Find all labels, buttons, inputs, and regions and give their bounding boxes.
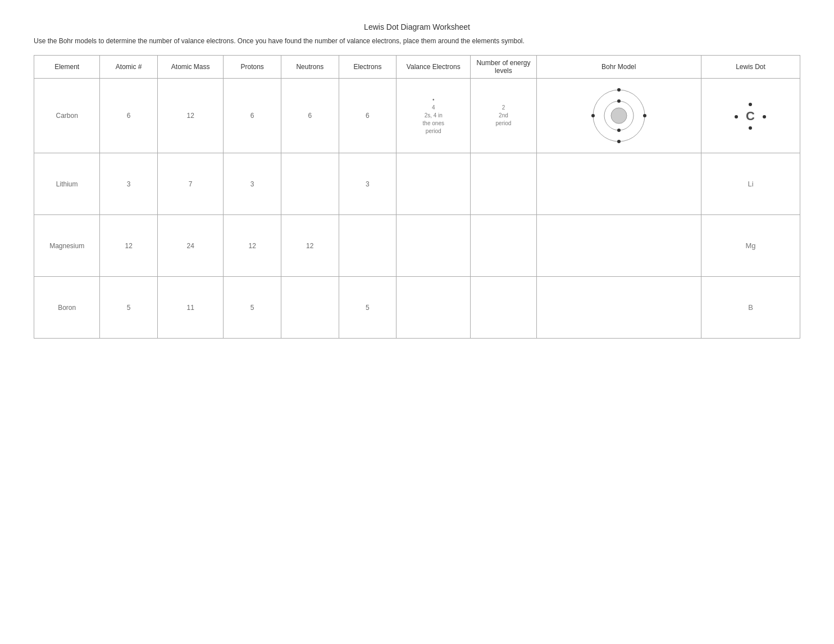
cell-valance-0: • 4 2s, 4 in the ones period	[397, 79, 471, 153]
cell-valance-2	[397, 215, 471, 277]
svg-point-7	[617, 88, 621, 92]
header-electrons: Electrons	[339, 56, 397, 79]
cell-energy-2	[471, 215, 536, 277]
table-row: Boron 5 11 5 5 B	[34, 277, 800, 339]
svg-point-13	[763, 115, 766, 118]
cell-protons-2: 12	[224, 215, 281, 277]
header-neutrons: Neutrons	[281, 56, 339, 79]
cell-energy-1	[471, 153, 536, 215]
cell-energy-3	[471, 277, 536, 339]
cell-neutrons-2: 12	[281, 215, 339, 277]
cell-lewis-1: Li	[701, 153, 800, 215]
header-atomic-mass: Atomic Mass	[157, 56, 223, 79]
cell-atomic-2: 12	[100, 215, 158, 277]
svg-point-8	[617, 140, 621, 143]
cell-bohr-1	[536, 153, 701, 215]
cell-lewis-2: Mg	[701, 215, 800, 277]
table-row: Carbon 6 12 6 6 6 • 4 2s, 4 in the ones …	[34, 79, 800, 153]
svg-point-5	[591, 114, 595, 117]
cell-neutrons-0: 6	[281, 79, 339, 153]
svg-point-0	[611, 108, 627, 124]
cell-valance-1	[397, 153, 471, 215]
cell-valance-3	[397, 277, 471, 339]
svg-point-4	[617, 129, 621, 132]
cell-bohr-3	[536, 277, 701, 339]
cell-electrons-1: 3	[339, 153, 397, 215]
cell-amass-3: 11	[157, 277, 223, 339]
instructions: Use the Bohr models to determine the num…	[34, 36, 800, 46]
lewis-dot-lithium: Li	[704, 180, 797, 188]
cell-atomic-0: 6	[100, 79, 158, 153]
bohr-model-carbon	[539, 82, 699, 149]
header-atomic-num: Atomic #	[100, 56, 158, 79]
header-energy: Number of energy levels	[471, 56, 536, 79]
header-lewis: Lewis Dot	[701, 56, 800, 79]
svg-point-12	[735, 115, 738, 118]
page-title: Lewis Dot Diagram Worksheet	[34, 22, 800, 31]
cell-amass-0: 12	[157, 79, 223, 153]
cell-amass-2: 24	[157, 215, 223, 277]
header-protons: Protons	[224, 56, 281, 79]
valance-text-carbon: • 4 2s, 4 in the ones period	[399, 96, 468, 135]
cell-bohr-0	[536, 79, 701, 153]
header-valance: Valance Electrons	[397, 56, 471, 79]
worksheet-table: Element Atomic # Atomic Mass Protons Neu…	[34, 55, 800, 339]
cell-element-0: Carbon	[34, 79, 100, 153]
cell-lewis-3: B	[701, 277, 800, 339]
cell-electrons-2	[339, 215, 397, 277]
cell-lewis-0: C	[701, 79, 800, 153]
cell-atomic-1: 3	[100, 153, 158, 215]
cell-protons-3: 5	[224, 277, 281, 339]
cell-element-2: Magnesium	[34, 215, 100, 277]
cell-electrons-3: 5	[339, 277, 397, 339]
svg-point-3	[617, 99, 621, 103]
cell-electrons-0: 6	[339, 79, 397, 153]
table-row: Magnesium 12 24 12 12 Mg	[34, 215, 800, 277]
energy-text-carbon: 2 2nd period	[473, 104, 534, 127]
lewis-dot-magnesium: Mg	[704, 241, 797, 250]
cell-protons-1: 3	[224, 153, 281, 215]
header-bohr: Bohr Model	[536, 56, 701, 79]
cell-amass-1: 7	[157, 153, 223, 215]
svg-point-6	[643, 114, 646, 117]
lewis-dot-boron: B	[704, 303, 797, 312]
cell-protons-0: 6	[224, 79, 281, 153]
cell-neutrons-3	[281, 277, 339, 339]
svg-point-11	[749, 126, 752, 130]
svg-text:C: C	[746, 109, 755, 123]
svg-point-10	[749, 103, 752, 106]
cell-element-1: Lithium	[34, 153, 100, 215]
header-element: Element	[34, 56, 100, 79]
cell-energy-0: 2 2nd period	[471, 79, 536, 153]
cell-neutrons-1	[281, 153, 339, 215]
cell-atomic-3: 5	[100, 277, 158, 339]
table-row: Lithium 3 7 3 3 Li	[34, 153, 800, 215]
cell-bohr-2	[536, 215, 701, 277]
cell-element-3: Boron	[34, 277, 100, 339]
